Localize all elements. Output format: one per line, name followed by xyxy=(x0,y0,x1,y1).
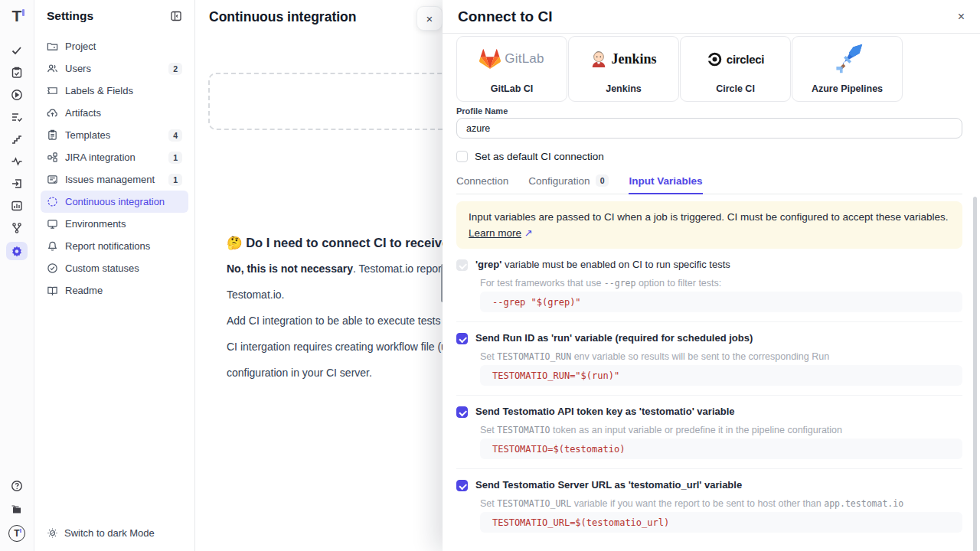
sidebar-item-label: Environments xyxy=(65,218,126,230)
sidebar-item-label: Project xyxy=(65,41,96,52)
note-text: Input variables are passed to CI when a … xyxy=(469,211,949,223)
sidebar-item-label: Labels & Fields xyxy=(65,85,133,96)
provider-card-jenkins[interactable]: Jenkins Jenkins xyxy=(568,36,679,102)
modal-title: Connect to CI xyxy=(458,8,553,25)
test-plan-clipboard-icon[interactable] xyxy=(6,64,28,81)
external-link-arrow-icon: ↗ xyxy=(524,227,533,239)
profile-name-label: Profile Name xyxy=(456,106,962,116)
ci-provider-list: GitLab GitLab CI Jenkins Jenkins circlec… xyxy=(456,36,962,102)
run-id-checkbox[interactable] xyxy=(456,333,468,344)
jenkins-wordmark: Jenkins xyxy=(611,51,656,67)
branches-icon[interactable] xyxy=(6,220,28,236)
variable-description: Set TESTOMATIO token as an input variabl… xyxy=(480,425,962,435)
results-list-icon[interactable] xyxy=(6,109,28,126)
import-icon[interactable] xyxy=(6,175,28,192)
settings-gear-icon[interactable] xyxy=(6,242,28,260)
dark-mode-label: Switch to dark Mode xyxy=(64,527,155,539)
profile-name-input[interactable] xyxy=(456,118,962,139)
tab-badge: 0 xyxy=(596,174,609,187)
code-snippet: --grep "$(grep)" xyxy=(480,292,962,312)
code-snippet: TESTOMATIO=$(testomatio) xyxy=(480,439,962,459)
sidebar-item-label: Continuous integration xyxy=(65,196,165,207)
sidebar-item-label: Users xyxy=(65,63,91,74)
milestones-steps-icon[interactable] xyxy=(6,131,28,148)
grep-checkbox xyxy=(456,259,468,271)
help-icon[interactable] xyxy=(6,478,28,494)
sidebar-item-label: Issues management xyxy=(65,174,155,185)
default-ci-checkbox-label: Set as default CI connection xyxy=(475,151,604,162)
sidebar-item-label: JIRA integration xyxy=(65,152,136,163)
variable-section-run-id: Send Run ID as 'run' variable (required … xyxy=(456,332,962,396)
ci-tabs: Connection Configuration0 Input Variable… xyxy=(456,174,962,194)
page-close-button[interactable]: × xyxy=(416,6,443,31)
provider-label: GitLab CI xyxy=(491,83,534,94)
app-screen: T T Settings Project Users2 Labels xyxy=(0,0,980,551)
code-snippet: TESTOMATIO_RUN="$(run)" xyxy=(480,365,962,386)
server-url-checkbox[interactable] xyxy=(456,480,468,491)
variable-section-grep: 'grep' variable must be enabled on CI to… xyxy=(456,259,962,322)
sidebar-item-environments[interactable]: Environments xyxy=(41,213,188,235)
dark-mode-toggle[interactable]: Switch to dark Mode xyxy=(47,527,155,539)
projects-folder-icon[interactable] xyxy=(6,501,28,518)
circleci-logo-icon xyxy=(707,51,723,67)
circleci-wordmark: circleci xyxy=(727,53,764,66)
sidebar-item-label: Templates xyxy=(65,129,110,141)
input-variables-note: Input variables are passed to CI when a … xyxy=(456,201,962,249)
app-logo[interactable]: T xyxy=(12,7,22,25)
sidebar-item-custom-statuses[interactable]: Custom statuses xyxy=(41,257,188,279)
sidebar-item-labels-fields[interactable]: Labels & Fields xyxy=(41,80,188,102)
gitlab-wordmark: GitLab xyxy=(505,51,544,67)
provider-label: Circle CI xyxy=(716,83,755,94)
sidebar-item-jira-integration[interactable]: JIRA integration1 xyxy=(41,146,188,168)
default-ci-checkbox-row[interactable]: Set as default CI connection xyxy=(456,151,962,162)
sidebar-item-report-notifications[interactable]: Report notifications xyxy=(41,235,188,257)
provider-card-gitlab[interactable]: GitLab GitLab CI xyxy=(456,36,567,102)
gitlab-logo-icon xyxy=(479,49,501,69)
sidebar-item-issues-management[interactable]: Issues management1 xyxy=(41,168,188,191)
variable-description: Set TESTOMATIO_URL variable if you want … xyxy=(480,498,962,509)
provider-card-circleci[interactable]: circleci Circle CI xyxy=(680,36,791,102)
modal-scrollbar-thumb[interactable] xyxy=(973,197,977,551)
sidebar-item-users[interactable]: Users2 xyxy=(41,57,188,80)
sidebar-item-templates[interactable]: Templates4 xyxy=(41,124,188,146)
sidebar-item-label: Readme xyxy=(65,285,103,296)
sidebar-item-continuous-integration[interactable]: Continuous integration xyxy=(41,191,188,213)
page-title: Continuous integration xyxy=(209,9,356,25)
lamp-icon xyxy=(47,527,58,539)
item-badge: 2 xyxy=(168,63,182,75)
close-icon: × xyxy=(426,12,433,25)
sidebar-item-artifacts[interactable]: Artifacts xyxy=(41,102,188,124)
variable-section-server-url: Send Testomatio Server URL as 'testomati… xyxy=(456,479,962,542)
settings-sidebar: Settings Project Users2 Labels & Fields … xyxy=(34,0,195,551)
icon-rail: T T xyxy=(0,0,34,551)
tests-check-icon[interactable] xyxy=(6,42,28,59)
item-badge: 1 xyxy=(168,174,182,186)
item-badge: 1 xyxy=(168,152,182,164)
analytics-chart-icon[interactable] xyxy=(6,197,28,214)
tab-configuration[interactable]: Configuration0 xyxy=(528,174,609,194)
tab-connection[interactable]: Connection xyxy=(456,174,508,194)
sidebar-item-label: Report notifications xyxy=(65,240,150,252)
runs-play-icon[interactable] xyxy=(6,86,28,103)
sidebar-item-label: Custom statuses xyxy=(65,262,139,274)
provider-label: Jenkins xyxy=(606,83,642,94)
modal-close-icon[interactable]: × xyxy=(958,11,965,23)
learn-more-link[interactable]: Learn more xyxy=(469,227,521,239)
api-token-checkbox[interactable] xyxy=(456,406,468,418)
item-badge: 4 xyxy=(168,129,182,142)
tab-input-variables[interactable]: Input Variables xyxy=(629,174,702,194)
collapse-panel-icon[interactable] xyxy=(170,10,182,22)
connect-to-ci-modal: Connect to CI × GitLab GitLab CI Jenkins xyxy=(443,0,980,551)
sidebar-item-label: Artifacts xyxy=(65,107,101,119)
jenkins-logo-icon xyxy=(590,50,607,68)
default-ci-checkbox[interactable] xyxy=(456,151,468,162)
provider-card-azure-pipelines[interactable]: Azure Pipelines xyxy=(792,36,903,102)
provider-label: Azure Pipelines xyxy=(812,83,883,94)
code-snippet: TESTOMATIO_URL=$(testomatio_url) xyxy=(480,512,962,533)
sidebar-item-readme[interactable]: Readme xyxy=(41,279,188,302)
variable-description: Set TESTOMATIO_RUN env variable so resul… xyxy=(480,351,962,362)
sidebar-item-project[interactable]: Project xyxy=(41,35,188,57)
pulse-activity-icon[interactable] xyxy=(6,153,28,170)
user-avatar[interactable]: T xyxy=(8,525,25,542)
variable-section-api-token: Send Testomatio API token key as 'testom… xyxy=(456,406,962,469)
